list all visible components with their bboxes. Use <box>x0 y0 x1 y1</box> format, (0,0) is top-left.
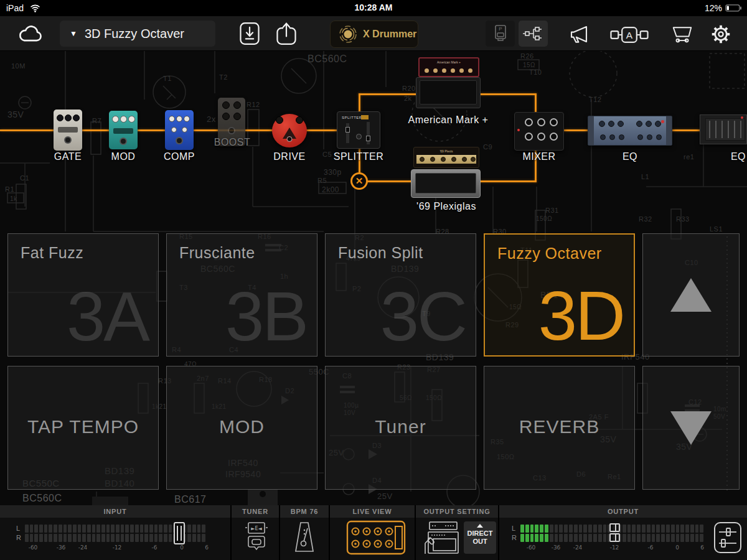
schematic-label: 25V <box>377 492 393 501</box>
schematic-label: L1 <box>641 173 649 180</box>
eq-rack-unit[interactable] <box>588 116 672 146</box>
tuner-header: TUNER <box>232 505 279 518</box>
amp-head-american-mark[interactable]: American Mark + <box>418 57 479 77</box>
input-left-label: L <box>16 525 20 532</box>
schematic-label: 2x <box>207 114 216 124</box>
direct-out-button[interactable]: DIRECTOUT <box>464 521 496 554</box>
schematic-label: R12 <box>247 101 260 108</box>
amp-label-plexiglas: '69 Plexiglas <box>416 201 476 212</box>
input-level-slider[interactable] <box>174 522 185 544</box>
output-section: OUTPUT <box>499 505 747 560</box>
x-drummer-button[interactable]: X Drummer <box>330 21 418 48</box>
pedal-mod[interactable] <box>109 111 138 149</box>
amp-mic-icon[interactable] <box>421 521 461 554</box>
output-sliders-icon[interactable] <box>713 521 742 554</box>
output-left-label: L <box>512 525 515 532</box>
preset-bank-label: 3C <box>380 278 466 355</box>
preset-name: 3D Fuzzy Octaver <box>85 27 184 41</box>
bank-up-button[interactable] <box>642 233 740 357</box>
pedal-label-drive: DRIVE <box>273 151 305 162</box>
tuner-button[interactable]: Tuner <box>325 366 476 490</box>
import-icon[interactable] <box>239 22 260 45</box>
preset-tile-3c[interactable]: Fusion Split 3C <box>325 233 476 357</box>
preset-bank-label: 3B <box>225 278 307 355</box>
schematic-label: C1 <box>20 174 29 182</box>
amp-head-plexiglas[interactable]: '69 Plexis <box>413 147 479 168</box>
output-right-label: R <box>512 534 517 541</box>
cart-icon[interactable] <box>670 24 694 45</box>
preset-tile-3b[interactable]: Frusciante 3B <box>166 233 317 357</box>
status-time: 10:28 AM <box>0 2 747 12</box>
preset-name-label: Frusciante <box>179 244 255 262</box>
bpm-header: BPM 76 <box>280 505 329 518</box>
mixer-label: MIXER <box>522 151 555 162</box>
schematic-label: 10M <box>11 62 26 70</box>
schematic-label: R20 <box>402 85 416 92</box>
main-toolbar: ▼ 3D Fuzzy Octaver X Drummer P <box>0 16 747 51</box>
eq1-label: EQ <box>622 151 637 162</box>
status-bar: iPad 10:28 AM 12% <box>0 0 747 16</box>
pedal-label-comp: COMP <box>164 151 195 162</box>
input-header: INPUT <box>0 505 230 518</box>
schematic-label: 1k <box>10 195 17 202</box>
megaphone-icon[interactable] <box>568 24 590 44</box>
preset-tile-3d[interactable]: Fuzzy Octaver 3D <box>484 233 635 357</box>
live-view-pedalboard-icon[interactable] <box>346 520 406 555</box>
schematic-label: R5 <box>317 177 327 184</box>
triangle-up-icon <box>477 524 483 528</box>
chain-view-button[interactable] <box>519 21 548 47</box>
branch-mute-node[interactable]: ✕ <box>350 172 368 190</box>
schematic-label: 150Ω <box>536 215 552 222</box>
preset-dropdown[interactable]: ▼ 3D Fuzzy Octaver <box>60 21 215 47</box>
tap-tempo-label: TAP TEMPO <box>8 416 158 437</box>
output-setting-header: OUTPUT SETTING <box>416 505 498 518</box>
output-level-slider-right[interactable] <box>609 533 620 542</box>
amp-cab-plexiglas[interactable] <box>411 169 481 198</box>
schematic-label: R31 <box>545 207 559 214</box>
pedal-label-gate: GATE <box>54 151 82 162</box>
tuner-pedal-icon[interactable]: ►E◄ <box>244 521 269 553</box>
bank-down-button[interactable] <box>642 366 740 490</box>
gear-icon[interactable] <box>710 23 732 45</box>
preset-name-label: Fuzzy Octaver <box>497 245 602 263</box>
tap-tempo-button[interactable]: TAP TEMPO <box>7 366 159 490</box>
wifi-icon <box>30 4 40 12</box>
x-drummer-icon <box>338 24 358 44</box>
preset-bank-label: 3A <box>67 278 148 355</box>
ab-selector-icon[interactable]: A <box>610 24 649 46</box>
device-label: iPad <box>6 3 24 13</box>
metronome-icon[interactable] <box>291 521 317 554</box>
pedalboard-view-button[interactable]: P <box>486 21 515 47</box>
preset-name-label: Fusion Split <box>338 244 423 262</box>
reverb-toggle-button[interactable]: REVERB <box>484 366 635 490</box>
schematic-label: T2 <box>219 73 228 81</box>
pedal-gate[interactable] <box>54 110 82 151</box>
schematic-label: C9 <box>483 143 492 151</box>
mixer-unit[interactable] <box>514 112 564 151</box>
battery-percent: 12% <box>705 3 722 13</box>
eq2-rack-unit[interactable] <box>700 114 747 144</box>
preset-name-label: Fat Fuzz <box>21 244 83 262</box>
bottom-control-bar: INPUT L R -60-36-24-12-606 TUNER ►E◄ BPM… <box>0 505 747 560</box>
arrow-down-icon <box>670 411 712 445</box>
preset-tile-3a[interactable]: Fat Fuzz 3A <box>7 233 159 357</box>
schematic-label: R1 <box>5 185 14 193</box>
eq2-label: EQ <box>731 151 746 162</box>
input-section: INPUT <box>0 505 230 560</box>
amp-cab-american-mark[interactable] <box>416 77 481 108</box>
svg-text:►E◄: ►E◄ <box>251 526 262 531</box>
schematic-label: R33 <box>676 215 690 223</box>
mod-toggle-button[interactable]: MOD <box>166 366 317 490</box>
pedal-comp[interactable] <box>165 110 194 150</box>
battery-icon <box>725 4 742 12</box>
export-icon[interactable] <box>276 22 297 45</box>
output-level-slider-left[interactable] <box>609 523 620 532</box>
cloud-icon[interactable] <box>16 24 45 44</box>
splitter-unit[interactable]: SPLITTER <box>337 111 380 149</box>
input-right-label: R <box>16 534 21 541</box>
x-drummer-label: X Drummer <box>363 29 416 40</box>
output-header: OUTPUT <box>499 505 747 518</box>
svg-text:A: A <box>626 30 633 40</box>
schematic-label: R26 <box>520 52 534 60</box>
pedal-drive[interactable] <box>272 114 307 147</box>
